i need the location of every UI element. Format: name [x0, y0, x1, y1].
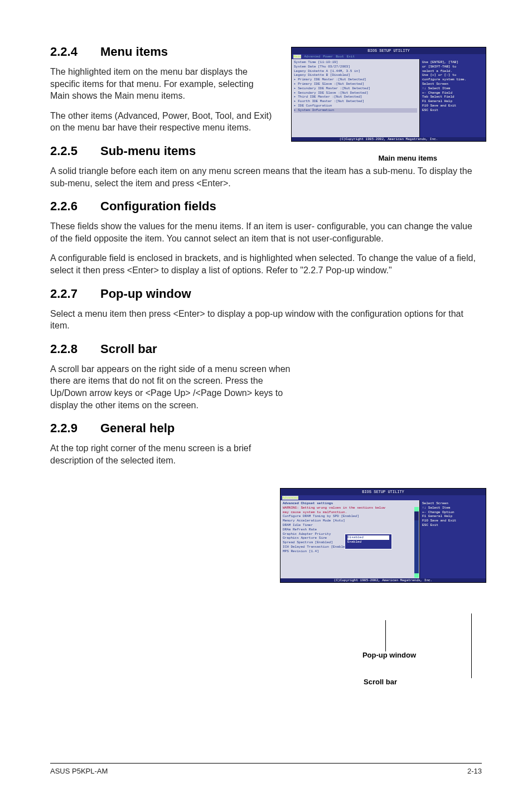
bios-help-panel: Use [ENTER], [TAB] or [SHIFT-TAB] to sel…: [420, 59, 486, 137]
para-226-1: These fields show the values for the men…: [50, 220, 482, 244]
para-224-2: The other items (Advanced, Power, Boot, …: [50, 110, 273, 134]
scrollbar-widget: [414, 507, 419, 578]
bios-figure-main: BIOS SETUP UTILITY MainAdvancedPowerBoot…: [291, 47, 486, 142]
heading-227: 2.2.7Pop-up window: [50, 287, 482, 301]
pointer-line-popup: [385, 620, 386, 651]
para-228-1: A scroll bar appears on the right side o…: [50, 363, 296, 387]
footer-left: ASUS P5KPL-AM: [50, 767, 108, 775]
bios-menu-bar: MainAdvancedPowerBootExit: [292, 54, 486, 59]
pointer-line-scrollbar: [471, 613, 472, 678]
caption-scrollbar: Scroll bar: [364, 678, 397, 686]
bios-help-panel-2: Select Screen ↑↓ Select Item +- Change O…: [420, 500, 486, 578]
para-228-2: Up/Down arrow keys or <Page Up> /<Page D…: [50, 387, 296, 411]
caption-main-menu: Main menu items: [379, 154, 437, 162]
para-227-1: Select a menu item then press <Enter> to…: [50, 308, 482, 332]
footer-right: 2-13: [467, 767, 482, 775]
heading-229: 2.2.9General help: [50, 421, 482, 436]
bios-figure-popup: BIOS SETUP UTILITY Advanced Advanced Chi…: [280, 488, 486, 583]
para-225-1: A solid triangle before each item on any…: [50, 165, 482, 189]
heading-228: 2.2.8Scroll bar: [50, 342, 482, 356]
page-footer: ASUS P5KPL-AM 2-13: [50, 763, 482, 775]
caption-popup: Pop-up window: [362, 651, 416, 659]
bios-main-panel: System Time [11:10:19] System Date [Thu …: [292, 59, 420, 137]
bios-menu-bar-2: Advanced: [280, 495, 486, 500]
para-229-1: At the top right corner of the menu scre…: [50, 442, 296, 466]
para-224-1: The highlighted item on the menu bar dis…: [50, 66, 273, 102]
para-226-2: A configurable field is enclosed in brac…: [50, 252, 482, 276]
popup-window: Disabled Enabled: [345, 534, 392, 549]
heading-226: 2.2.6Configuration fields: [50, 199, 482, 214]
bios-adv-panel: Advanced Chipset settings WARNING: Setti…: [280, 500, 420, 578]
